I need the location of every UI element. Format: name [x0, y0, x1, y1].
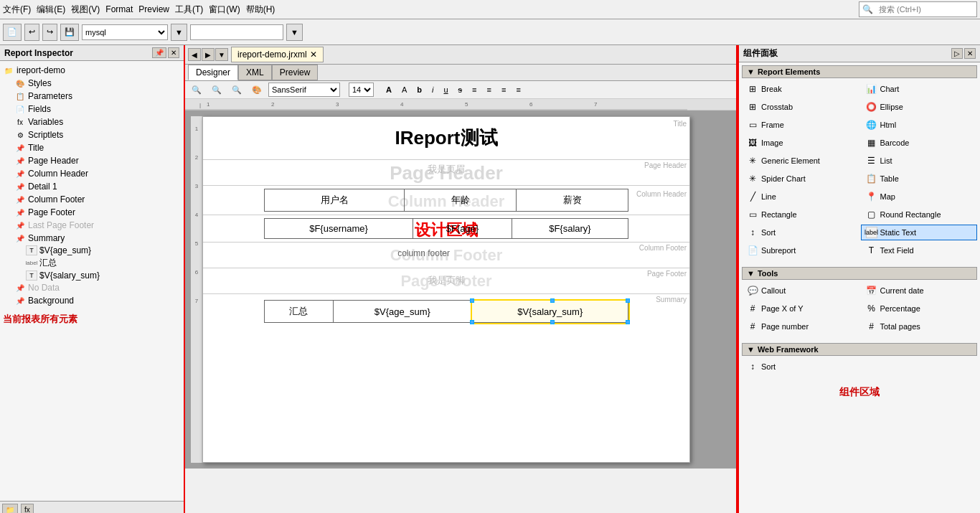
- component-ellipse[interactable]: ⭕ Ellipse: [861, 99, 978, 115]
- fmt-italic[interactable]: i: [428, 84, 437, 95]
- tool-current-date[interactable]: 📅 Current date: [861, 283, 978, 298]
- inspector-pin-button[interactable]: 📌: [152, 47, 166, 58]
- tree-background[interactable]: 📌 Background: [14, 294, 181, 307]
- tree-age-sum[interactable]: T $V{age_sum}: [26, 245, 181, 256]
- tree-styles[interactable]: 🎨 Styles: [14, 77, 181, 90]
- search-box[interactable]: 🔍: [859, 1, 977, 17]
- designer-scroll-area[interactable]: | 1 2 3 4 5 6 7 1 2: [185, 99, 736, 513]
- fmt-bold[interactable]: b: [413, 84, 425, 95]
- save-button[interactable]: 💾: [60, 24, 79, 41]
- menu-format[interactable]: Format: [105, 4, 133, 14]
- tree-no-data[interactable]: 📌 No Data: [14, 281, 181, 294]
- new-button[interactable]: 📄: [3, 24, 22, 41]
- fmt-A2[interactable]: A: [398, 84, 410, 95]
- tree-huizong[interactable]: label 汇总: [26, 256, 181, 270]
- component-rectangle[interactable]: ▭ Rectangle: [742, 207, 859, 222]
- component-image[interactable]: 🖼 Image: [742, 135, 859, 151]
- report-elements-title[interactable]: ▼ Report Elements: [742, 65, 977, 78]
- inspector-close-button[interactable]: ✕: [168, 47, 179, 58]
- tree-fields[interactable]: 📄 Fields: [14, 103, 181, 116]
- tree-last-page-footer[interactable]: 📌 Last Page Footer: [14, 219, 181, 232]
- tab-xml[interactable]: XML: [238, 65, 272, 80]
- tree-page-footer[interactable]: 📌 Page Footer: [14, 206, 181, 219]
- inspector-footer-btn1[interactable]: 📁: [2, 504, 18, 513]
- component-sort[interactable]: ↕ Sort: [742, 225, 859, 240]
- tree-root[interactable]: 📁 ireport-demo: [3, 64, 181, 77]
- fmt-underline[interactable]: u: [440, 84, 451, 95]
- fmt-align-right[interactable]: ≡: [498, 84, 509, 95]
- svg-text:7: 7: [594, 101, 598, 108]
- component-static-text[interactable]: label Static Text: [861, 225, 978, 240]
- font-select[interactable]: SansSerif: [268, 83, 340, 97]
- fmt-align-center[interactable]: ≡: [484, 84, 495, 95]
- component-chart[interactable]: 📊 Chart: [861, 81, 978, 97]
- fmt-strikethrough[interactable]: s: [455, 84, 466, 95]
- search-input[interactable]: [876, 5, 976, 14]
- zoom-out-button[interactable]: 🔍: [208, 84, 225, 96]
- tool-callout[interactable]: 💬 Callout: [742, 283, 859, 298]
- tree-column-header[interactable]: 📌 Column Header: [14, 167, 181, 180]
- file-tab[interactable]: ireport-demo.jrxml ✕: [231, 47, 324, 62]
- component-map[interactable]: 📍 Map: [861, 189, 978, 204]
- tab-preview[interactable]: Preview: [272, 65, 319, 80]
- menu-help[interactable]: 帮助(H): [246, 4, 275, 16]
- tree-page-header[interactable]: 📌 Page Header: [14, 154, 181, 167]
- tab-next-arrow[interactable]: ▶: [202, 48, 215, 61]
- tree-parameters[interactable]: 📋 Parameters: [14, 90, 181, 103]
- tools-title[interactable]: ▼ Tools: [742, 267, 977, 280]
- component-spider[interactable]: ✳ Spider Chart: [742, 171, 859, 187]
- inspector-footer-btn2[interactable]: fx: [21, 504, 34, 513]
- fmt-A1[interactable]: A: [382, 84, 395, 95]
- component-round-rectangle[interactable]: ▢ Round Rectangle: [861, 207, 978, 222]
- tab-designer[interactable]: Designer: [188, 65, 238, 80]
- component-frame[interactable]: ▭ Frame: [742, 117, 859, 133]
- tree-summary[interactable]: 📌 Summary: [14, 232, 181, 245]
- tab-prev-arrow[interactable]: ◀: [188, 48, 201, 61]
- tree-salary-sum[interactable]: T $V{salary_sum}: [26, 270, 181, 281]
- tool-total-pages[interactable]: # Total pages: [861, 319, 978, 334]
- tool-percentage[interactable]: % Percentage: [861, 301, 978, 316]
- component-crosstab[interactable]: ⊞ Crosstab: [742, 99, 859, 115]
- tool-page-number[interactable]: # Page number: [742, 319, 859, 334]
- tool-page-xy[interactable]: # Page X of Y: [742, 301, 859, 316]
- file-tab-close[interactable]: ✕: [310, 50, 317, 60]
- total-pages-label: Total pages: [880, 322, 920, 331]
- tree-detail1[interactable]: 📌 Detail 1: [14, 180, 181, 193]
- undo-button[interactable]: ↩: [24, 24, 39, 41]
- wf-sort[interactable]: ↕ Sort: [742, 359, 859, 375]
- component-break[interactable]: ⊞ Break: [742, 81, 859, 97]
- zoom-in-button[interactable]: 🔍: [228, 84, 245, 96]
- component-panel-close[interactable]: ✕: [964, 48, 976, 59]
- tree-title[interactable]: 📌 Title: [14, 141, 181, 154]
- component-generic[interactable]: ✳ Generic Element: [742, 153, 859, 169]
- menu-edit[interactable]: 编辑(E): [37, 4, 65, 16]
- zoom-fit-button[interactable]: 🔍: [188, 84, 205, 96]
- db-dropdown-button[interactable]: ▼: [171, 24, 187, 41]
- component-barcode[interactable]: ▦ Barcode: [861, 135, 978, 151]
- component-panel-pin[interactable]: ▷: [951, 48, 963, 59]
- fmt-icon1[interactable]: 🎨: [248, 84, 265, 96]
- tab-dropdown-arrow[interactable]: ▼: [215, 48, 228, 61]
- component-list[interactable]: ☰ List: [861, 153, 978, 169]
- redo-button[interactable]: ↪: [42, 24, 57, 41]
- tree-column-footer[interactable]: 📌 Column Footer: [14, 193, 181, 206]
- web-framework-title[interactable]: ▼ Web Framework: [742, 343, 977, 356]
- component-subreport[interactable]: 📄 Subreport: [742, 243, 859, 258]
- query-dropdown-button[interactable]: ▼: [286, 24, 303, 41]
- menu-view[interactable]: 视图(V): [71, 4, 100, 16]
- component-html[interactable]: 🌐 Html: [861, 117, 978, 133]
- component-line[interactable]: ╱ Line: [742, 189, 859, 204]
- db-select[interactable]: mysql: [82, 24, 168, 40]
- menu-tools[interactable]: 工具(T): [175, 4, 203, 16]
- menu-window[interactable]: 窗口(W): [209, 4, 240, 16]
- font-size-select[interactable]: 14: [349, 83, 374, 97]
- menu-file[interactable]: 文件(F): [3, 4, 31, 16]
- query-input[interactable]: [190, 24, 283, 40]
- fmt-align-justify[interactable]: ≡: [512, 84, 524, 95]
- component-table[interactable]: 📋 Table: [861, 171, 978, 187]
- menu-preview[interactable]: Preview: [138, 4, 169, 14]
- tree-variables[interactable]: fx Variables: [14, 116, 181, 128]
- fmt-align-left[interactable]: ≡: [468, 84, 480, 95]
- component-text-field[interactable]: T Text Field: [861, 243, 978, 258]
- tree-scriptlets[interactable]: ⚙ Scriptlets: [14, 128, 181, 141]
